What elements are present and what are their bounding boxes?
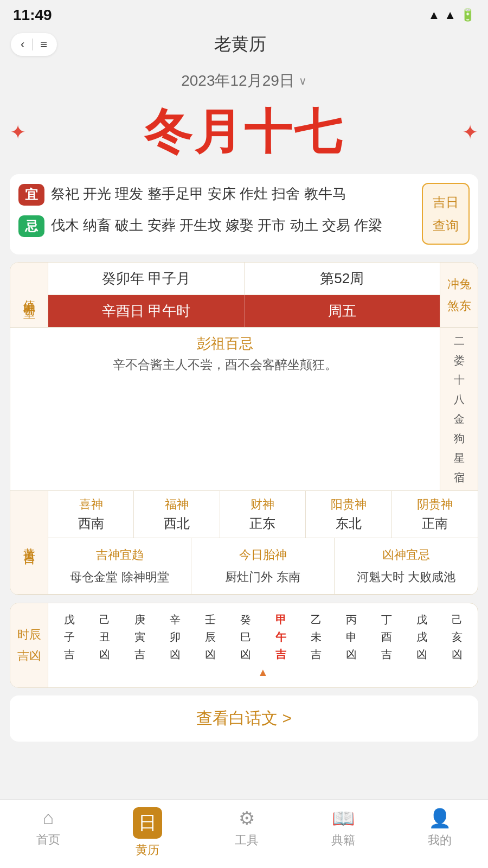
shi-item-11: 己亥凶 (440, 611, 473, 663)
dianjing-icon: 📖 (332, 807, 355, 829)
nav-left-buttons: ‹ ≡ (11, 33, 57, 56)
year-month-cell: 癸卯年 甲子月 (48, 263, 245, 295)
yi-row: 宜 祭祀 开光 理发 整手足甲 安床 作灶 扫舍 教牛马 (18, 183, 414, 206)
nav-label-tools: 工具 (235, 832, 259, 848)
battery-icon: 🔋 (460, 8, 475, 22)
shi-char-7: 乙 (311, 611, 322, 628)
shi-ji-9: 吉 (381, 646, 392, 663)
shi-item-3: 辛卯凶 (158, 611, 191, 663)
right-label-2: 二娄十八金狗星宿 (440, 328, 478, 490)
ji-shen-item-0: 吉神宜趋母仓金堂 除神明堂 (48, 538, 191, 594)
ji-text: 伐木 纳畜 破土 安葬 开生坟 嫁娶 开市 动土 交易 作梁 (51, 214, 382, 237)
ji-shen-item-2: 凶神宜忌河魁大时 大败咸池 (335, 538, 478, 594)
week-cell: 第52周 (245, 263, 440, 295)
cal-row-year-week: 值神明堂 癸卯年 甲子月 第52周 辛酉日 甲午时 周五 冲兔煞东 (10, 263, 478, 328)
shi-label-text: 时辰吉凶 (17, 624, 41, 667)
cal-right-content: 癸卯年 甲子月 第52周 辛酉日 甲午时 周五 (48, 263, 440, 327)
shi-name-7: 未 (311, 628, 322, 646)
shen-title-1: 福神 (165, 496, 189, 513)
home-icon: ⌂ (43, 807, 54, 828)
baihua-link[interactable]: 查看白话文 > (10, 695, 478, 742)
nav-item-home[interactable]: ⌂ 首页 (36, 807, 60, 858)
pengzu-cell: 彭祖百忌 辛不合酱主人不尝，酉不会客醉坐颠狂。 (10, 328, 440, 490)
tools-icon: ⚙ (239, 807, 255, 829)
shi-name-10: 戌 (416, 628, 427, 646)
ji-shen-item-1: 今日胎神厨灶门外 东南 (191, 538, 335, 594)
menu-button[interactable]: ≡ (40, 37, 47, 52)
wifi-icon: ▲ (428, 8, 440, 22)
shi-name-11: 亥 (452, 628, 463, 646)
shi-ji-2: 吉 (134, 646, 145, 663)
ji-shen-title-2: 凶神宜忌 (382, 545, 430, 565)
shi-char-4: 壬 (205, 611, 216, 628)
shi-label: 时辰吉凶 (10, 603, 48, 687)
shi-grid-container: 戊子吉己丑凶庚寅吉辛卯凶壬辰凶癸巳凶甲午吉乙未吉丙申凶丁酉吉戊戌凶己亥凶 ▲ (48, 603, 478, 687)
yi-badge: 宜 (18, 184, 44, 206)
shen-item-0: 喜神西南 (48, 491, 134, 538)
shi-item-6: 甲午吉 (264, 611, 297, 663)
ji-query-line1: 吉日 (433, 190, 459, 214)
shi-name-2: 寅 (134, 628, 145, 646)
status-bar: 11:49 ▲ ▲ 🔋 (0, 0, 488, 28)
huangli-icon: 日 (133, 807, 162, 839)
shi-char-3: 辛 (170, 611, 181, 628)
date-text: 2023年12月29日 (181, 71, 294, 91)
date-dropdown-arrow[interactable]: ∨ (299, 74, 307, 87)
shen-val-2: 正东 (249, 515, 275, 532)
nav-item-dianjing[interactable]: 📖 典籍 (331, 807, 355, 858)
shi-name-0: 子 (64, 628, 75, 646)
nav-item-tools[interactable]: ⚙ 工具 (235, 807, 259, 858)
shi-char-0: 戊 (64, 611, 75, 628)
main-content: 2023年12月29日 ∨ ✦ 冬月十七 ✦ 宜 祭祀 开光 理发 整手足甲 安… (0, 63, 488, 806)
shen-title-2: 财神 (251, 496, 274, 513)
shi-item-7: 乙未吉 (299, 611, 332, 663)
shi-char-9: 丁 (381, 611, 392, 628)
nav-label-home: 首页 (36, 832, 60, 848)
huangdao-row: 黄道吉日 喜神西南福神西北财神正东阳贵神东北阴贵神正南 吉神宜趋母仓金堂 除神明… (10, 491, 478, 595)
date-header[interactable]: 2023年12月29日 ∨ (10, 63, 478, 94)
shi-item-8: 丙申凶 (335, 611, 368, 663)
shen-item-4: 阴贵神正南 (392, 491, 478, 538)
shi-name-9: 酉 (381, 628, 392, 646)
shi-grid: 戊子吉己丑凶庚寅吉辛卯凶壬辰凶癸巳凶甲午吉乙未吉丙申凶丁酉吉戊戌凶己亥凶 (53, 611, 473, 663)
shi-item-1: 己丑凶 (88, 611, 121, 663)
ji-row: 忌 伐木 纳畜 破土 安葬 开生坟 嫁娶 开市 动土 交易 作梁 (18, 214, 414, 237)
shen-item-1: 福神西北 (134, 491, 220, 538)
collapse-indicator[interactable]: ▲ (53, 663, 473, 680)
left-symbol: ✦ (10, 121, 26, 144)
right-label-chong: 冲兔煞东 (440, 263, 478, 327)
shi-ji-8: 凶 (346, 646, 357, 663)
cal-table: 值神明堂 癸卯年 甲子月 第52周 辛酉日 甲午时 周五 冲兔煞东 彭祖百忌 辛… (10, 262, 478, 595)
shen-item-2: 财神正东 (220, 491, 306, 538)
weekday-cell: 周五 (245, 295, 440, 327)
shi-inner: 时辰吉凶 戊子吉己丑凶庚寅吉辛卯凶壬辰凶癸巳凶甲午吉乙未吉丙申凶丁酉吉戊戌凶己亥… (10, 603, 478, 687)
nav-label-huangli: 黄历 (136, 842, 159, 858)
ji-query-button[interactable]: 吉日 查询 (422, 183, 470, 245)
pengzu-text: 辛不合酱主人不尝，酉不会客醉坐颠狂。 (19, 356, 431, 373)
left-label-huangdao: 黄道吉日 (10, 491, 48, 594)
shi-char-8: 丙 (346, 611, 357, 628)
shi-item-4: 壬辰凶 (194, 611, 227, 663)
shi-ji-11: 凶 (452, 646, 463, 663)
signal-icon: ▲ (444, 8, 456, 22)
nav-item-mine[interactable]: 👤 我的 (428, 807, 452, 858)
shi-name-4: 辰 (205, 628, 216, 646)
nav-label-dianjing: 典籍 (331, 832, 355, 848)
shi-name-1: 丑 (99, 628, 110, 646)
shi-item-2: 庚寅吉 (123, 611, 156, 663)
shi-ji-3: 凶 (170, 646, 181, 663)
shen-item-3: 阳贵神东北 (306, 491, 391, 538)
ji-shen-title-1: 今日胎神 (239, 545, 287, 565)
status-time: 11:49 (13, 7, 52, 24)
lunar-day-big: 冬月十七 (144, 100, 344, 164)
back-button[interactable]: ‹ (21, 37, 24, 52)
shi-ji-10: 凶 (416, 646, 427, 663)
ji-shen-val-2: 河魁大时 大败咸池 (357, 567, 455, 587)
nav-item-huangli[interactable]: 日 黄历 (133, 807, 162, 858)
shi-item-5: 癸巳凶 (229, 611, 262, 663)
right-symbol: ✦ (462, 121, 478, 144)
shen-val-4: 正南 (422, 515, 448, 532)
ji-query-line2: 查询 (433, 214, 459, 237)
status-icons: ▲ ▲ 🔋 (428, 8, 475, 22)
ji-shen-grid: 吉神宜趋母仓金堂 除神明堂今日胎神厨灶门外 东南凶神宜忌河魁大时 大败咸池 (48, 538, 478, 594)
